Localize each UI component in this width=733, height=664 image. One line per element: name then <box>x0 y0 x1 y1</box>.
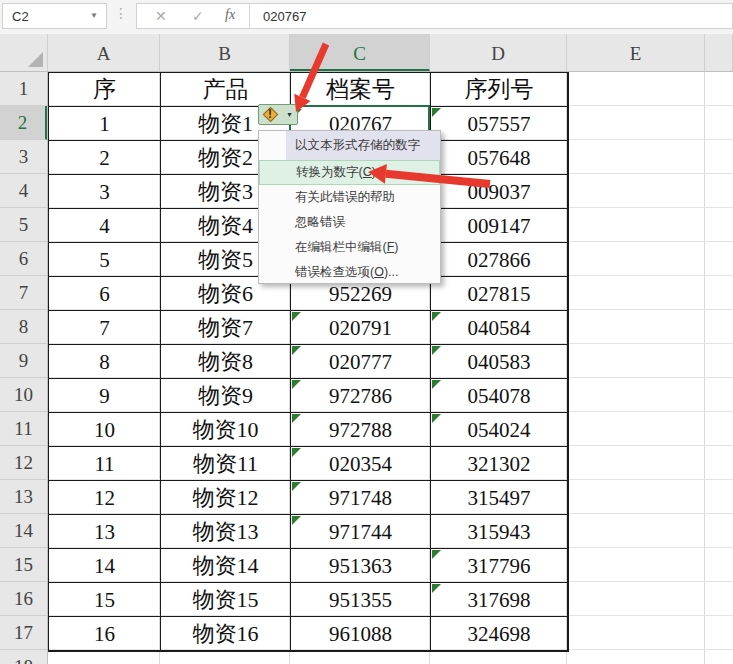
menu-item-convert-to-number[interactable]: 转换为数字(C) <box>259 160 440 185</box>
row-header-18[interactable]: 18 <box>0 650 47 664</box>
row-header-2[interactable]: 2 <box>0 106 47 140</box>
column-header-B[interactable]: B <box>160 34 290 71</box>
cell-C1[interactable]: 档案号 <box>291 73 431 107</box>
cell-A4[interactable]: 3 <box>49 175 161 209</box>
cell-B12[interactable]: 物资11 <box>161 447 291 481</box>
name-box-caret-icon[interactable]: ▼ <box>90 11 98 20</box>
row-header-8[interactable]: 8 <box>0 310 47 344</box>
cell-D9[interactable]: 040583 <box>431 345 568 379</box>
cell-A7[interactable]: 6 <box>49 277 161 311</box>
cell-D14[interactable]: 315943 <box>431 515 568 549</box>
cell-D8[interactable]: 040584 <box>431 311 568 345</box>
cell-B14[interactable]: 物资13 <box>161 515 291 549</box>
cell-D11[interactable]: 054024 <box>431 413 568 447</box>
row-header-10[interactable]: 10 <box>0 378 47 412</box>
menu-item-error-checking-options[interactable]: 错误检查选项(O)... <box>259 260 440 285</box>
stored-as-text-flag-icon <box>292 414 301 423</box>
column-header-D[interactable]: D <box>430 34 567 71</box>
cell-C8[interactable]: 020791 <box>291 311 431 345</box>
cell-C11[interactable]: 972788 <box>291 413 431 447</box>
cell-D12[interactable]: 321302 <box>431 447 568 481</box>
cell-B17[interactable]: 物资16 <box>161 617 291 651</box>
error-dropdown-caret-icon: ▼ <box>286 111 293 118</box>
formula-bar: C2 ▼ ⋮ ✕ ✓ fx 020767 <box>0 0 733 34</box>
select-all-button[interactable] <box>0 34 48 71</box>
menu-item-edit-in-formula-bar[interactable]: 在编辑栏中编辑(F) <box>259 235 440 260</box>
stored-as-text-flag-icon <box>432 550 441 559</box>
cell-D5[interactable]: 009147 <box>431 209 568 243</box>
cell-C17[interactable]: 961088 <box>291 617 431 651</box>
cell-A13[interactable]: 12 <box>49 481 161 515</box>
cell-A1[interactable]: 序 <box>49 73 161 107</box>
enter-icon[interactable]: ✓ <box>192 8 204 24</box>
menu-item-ignore-error[interactable]: 忽略错误 <box>259 210 440 235</box>
cell-D16[interactable]: 317698 <box>431 583 568 617</box>
name-box[interactable]: C2 ▼ <box>2 3 107 29</box>
cell-D15[interactable]: 317796 <box>431 549 568 583</box>
cell-A17[interactable]: 16 <box>49 617 161 651</box>
cell-D1[interactable]: 序列号 <box>431 73 568 107</box>
cell-D7[interactable]: 027815 <box>431 277 568 311</box>
row-header-1[interactable]: 1 <box>0 72 47 106</box>
cell-A3[interactable]: 2 <box>49 141 161 175</box>
insert-function-icon[interactable]: fx <box>225 7 235 23</box>
row-header-4[interactable]: 4 <box>0 174 47 208</box>
row-header-7[interactable]: 7 <box>0 276 47 310</box>
cell-C14[interactable]: 971744 <box>291 515 431 549</box>
cell-D6[interactable]: 027866 <box>431 243 568 277</box>
cell-B15[interactable]: 物资14 <box>161 549 291 583</box>
cell-A14[interactable]: 13 <box>49 515 161 549</box>
cell-B16[interactable]: 物资15 <box>161 583 291 617</box>
cell-C10[interactable]: 972786 <box>291 379 431 413</box>
cell-C13[interactable]: 971748 <box>291 481 431 515</box>
column-header-partial[interactable] <box>705 34 733 71</box>
cell-D4[interactable]: 009037 <box>431 175 568 209</box>
cell-D2[interactable]: 057557 <box>431 107 568 141</box>
row-header-3[interactable]: 3 <box>0 140 47 174</box>
column-header-C[interactable]: C <box>290 34 430 71</box>
row-header-9[interactable]: 9 <box>0 344 47 378</box>
cell-D3[interactable]: 057648 <box>431 141 568 175</box>
error-exclamation-icon: ! <box>268 107 272 121</box>
cell-C12[interactable]: 020354 <box>291 447 431 481</box>
cell-B8[interactable]: 物资7 <box>161 311 291 345</box>
cell-C15[interactable]: 951363 <box>291 549 431 583</box>
row-header-15[interactable]: 15 <box>0 548 47 582</box>
cell-A6[interactable]: 5 <box>49 243 161 277</box>
row-header-6[interactable]: 6 <box>0 242 47 276</box>
stored-as-text-flag-icon <box>292 448 301 457</box>
cell-C9[interactable]: 020777 <box>291 345 431 379</box>
cell-D17[interactable]: 324698 <box>431 617 568 651</box>
cancel-icon[interactable]: ✕ <box>155 8 167 24</box>
cell-A8[interactable]: 7 <box>49 311 161 345</box>
cell-A10[interactable]: 9 <box>49 379 161 413</box>
cell-B10[interactable]: 物资9 <box>161 379 291 413</box>
formula-box: ✕ ✓ fx 020767 <box>136 3 733 29</box>
cell-D13[interactable]: 315497 <box>431 481 568 515</box>
cell-B13[interactable]: 物资12 <box>161 481 291 515</box>
row-header-14[interactable]: 14 <box>0 514 47 548</box>
row-header-5[interactable]: 5 <box>0 208 47 242</box>
formula-input[interactable]: 020767 <box>263 9 306 24</box>
row-header-13[interactable]: 13 <box>0 480 47 514</box>
cell-A5[interactable]: 4 <box>49 209 161 243</box>
cell-A12[interactable]: 11 <box>49 447 161 481</box>
cell-B1[interactable]: 产品 <box>161 73 291 107</box>
cell-A11[interactable]: 10 <box>49 413 161 447</box>
menu-item-help-on-error[interactable]: 有关此错误的帮助 <box>259 185 440 210</box>
cell-A16[interactable]: 15 <box>49 583 161 617</box>
row-header-12[interactable]: 12 <box>0 446 47 480</box>
column-header-E[interactable]: E <box>567 34 705 71</box>
cell-A9[interactable]: 8 <box>49 345 161 379</box>
cell-B11[interactable]: 物资10 <box>161 413 291 447</box>
row-header-11[interactable]: 11 <box>0 412 47 446</box>
column-header-A[interactable]: A <box>48 34 160 71</box>
row-header-16[interactable]: 16 <box>0 582 47 616</box>
cell-B9[interactable]: 物资8 <box>161 345 291 379</box>
cell-A2[interactable]: 1 <box>49 107 161 141</box>
cell-C16[interactable]: 951355 <box>291 583 431 617</box>
row-header-17[interactable]: 17 <box>0 616 47 650</box>
cell-D10[interactable]: 054078 <box>431 379 568 413</box>
error-options-button[interactable]: ! ▼ <box>258 104 298 125</box>
cell-A15[interactable]: 14 <box>49 549 161 583</box>
